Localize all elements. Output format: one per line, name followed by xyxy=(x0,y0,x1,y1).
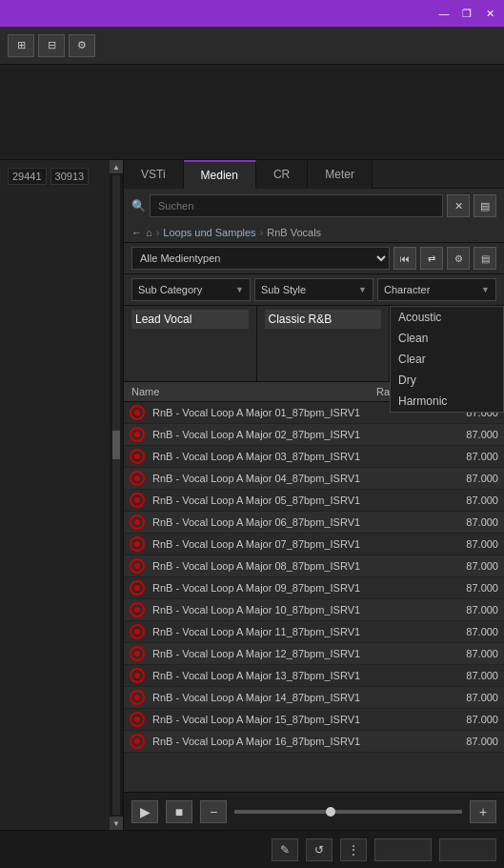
volume-thumb[interactable] xyxy=(326,807,335,817)
layout-btn-2[interactable]: ⊟ xyxy=(38,34,65,57)
status-box-1 xyxy=(374,838,432,861)
file-name: RnB - Vocal Loop A Major 06_87bpm_ISRV1 xyxy=(149,516,374,528)
side-scrollbar[interactable]: ▲ ▼ xyxy=(110,160,123,830)
maximize-button[interactable]: ❐ xyxy=(458,5,475,22)
table-row[interactable]: RnB - Vocal Loop A Major 13_87bpm_ISRV1 … xyxy=(124,665,504,687)
file-name: RnB - Vocal Loop A Major 13_87bpm_ISRV1 xyxy=(149,670,374,681)
file-tempo: 87.000 xyxy=(441,473,498,484)
character-filter[interactable]: Character ▼ xyxy=(377,278,496,301)
table-row[interactable]: RnB - Vocal Loop A Major 15_87bpm_ISRV1 … xyxy=(124,709,504,731)
sub-style-label: Sub Style xyxy=(261,284,306,295)
breadcrumb-loops[interactable]: Loops und Samples xyxy=(163,227,255,238)
file-icon xyxy=(130,515,145,530)
file-icon xyxy=(130,602,145,617)
table-row[interactable]: RnB - Vocal Loop A Major 05_87bpm_ISRV1 … xyxy=(124,490,504,512)
layout-btn-1[interactable]: ⊞ xyxy=(8,34,34,57)
breadcrumb-back[interactable]: ← xyxy=(131,227,142,238)
file-icon xyxy=(130,690,145,705)
minimize-button[interactable]: — xyxy=(435,5,453,22)
breadcrumb-sep1: › xyxy=(156,227,160,238)
scroll-up-arrow[interactable]: ▲ xyxy=(110,160,123,173)
breadcrumb-home[interactable]: ⌂ xyxy=(146,227,152,238)
filter-settings-btn[interactable]: ⚙ xyxy=(447,247,470,270)
scroll-track[interactable] xyxy=(112,175,120,815)
category-lead-vocal[interactable]: Lead Vocal xyxy=(131,310,249,329)
scroll-thumb[interactable] xyxy=(112,431,120,459)
close-button[interactable]: ✕ xyxy=(481,5,498,22)
filter-shuffle-btn[interactable]: ⇄ xyxy=(420,247,443,270)
file-tempo: 87.000 xyxy=(441,670,498,681)
table-row[interactable]: RnB - Vocal Loop A Major 06_87bpm_ISRV1 … xyxy=(124,512,504,534)
play-button[interactable]: ▶ xyxy=(131,800,158,823)
table-row[interactable]: RnB - Vocal Loop A Major 03_87bpm_ISRV1 … xyxy=(124,446,504,468)
search-input[interactable] xyxy=(150,194,443,217)
file-tempo: 87.000 xyxy=(441,538,498,550)
file-icon xyxy=(130,646,145,661)
title-bar: — ❐ ✕ xyxy=(0,0,504,27)
table-row[interactable]: RnB - Vocal Loop A Major 02_87bpm_ISRV1 … xyxy=(124,424,504,446)
search-bar: 🔍 ✕ ▤ xyxy=(124,189,504,223)
status-refresh-btn[interactable]: ↺ xyxy=(306,838,333,861)
file-icon xyxy=(130,405,145,420)
stop-button[interactable]: ■ xyxy=(166,800,192,823)
filter-prev-btn[interactable]: ⏮ xyxy=(393,247,416,270)
status-edit-btn[interactable]: ✎ xyxy=(272,838,298,861)
character-col: Acoustic Clean Clear Dry Harmonic xyxy=(390,306,504,381)
tab-bar: VSTi Medien CR Meter xyxy=(124,160,504,189)
table-row[interactable]: RnB - Vocal Loop A Major 14_87bpm_ISRV1 … xyxy=(124,687,504,709)
char-item-clear[interactable]: Clear xyxy=(391,349,503,370)
category-col-1: Lead Vocal xyxy=(124,306,257,381)
table-row[interactable]: RnB - Vocal Loop A Major 07_87bpm_ISRV1 … xyxy=(124,534,504,555)
file-tempo: 87.000 xyxy=(441,736,498,747)
table-row[interactable]: RnB - Vocal Loop A Major 10_87bpm_ISRV1 … xyxy=(124,599,504,621)
scroll-down-arrow[interactable]: ▼ xyxy=(110,817,123,830)
table-row[interactable]: RnB - Vocal Loop A Major 04_87bpm_ISRV1 … xyxy=(124,468,504,490)
status-bar: ✎ ↺ ⋮ xyxy=(0,830,504,868)
settings-btn[interactable]: ⚙ xyxy=(69,34,95,57)
sub-category-arrow: ▼ xyxy=(235,285,244,294)
status-more-btn[interactable]: ⋮ xyxy=(340,838,367,861)
sub-category-filter[interactable]: Sub Category ▼ xyxy=(131,278,251,301)
char-item-harmonic[interactable]: Harmonic xyxy=(391,391,503,412)
file-tempo: 87.000 xyxy=(441,714,498,725)
sub-style-filter[interactable]: Sub Style ▼ xyxy=(254,278,373,301)
filter-row: Alle Medientypen ⏮ ⇄ ⚙ ▤ xyxy=(124,243,504,274)
search-icon: 🔍 xyxy=(131,199,146,212)
volume-slider[interactable] xyxy=(234,810,462,814)
volume-plus-button[interactable]: + xyxy=(470,800,496,823)
table-row[interactable]: RnB - Vocal Loop A Major 09_87bpm_ISRV1 … xyxy=(124,577,504,599)
volume-minus-button[interactable]: − xyxy=(200,800,227,823)
table-row[interactable]: RnB - Vocal Loop A Major 12_87bpm_ISRV1 … xyxy=(124,643,504,665)
table-row[interactable]: RnB - Vocal Loop A Major 08_87bpm_ISRV1 … xyxy=(124,555,504,577)
file-name: RnB - Vocal Loop A Major 08_87bpm_ISRV1 xyxy=(149,560,374,572)
char-item-dry[interactable]: Dry xyxy=(391,370,503,391)
tab-medien[interactable]: Medien xyxy=(184,160,256,189)
file-name: RnB - Vocal Loop A Major 15_87bpm_ISRV1 xyxy=(149,714,374,725)
bottom-toolbar: ▶ ■ − + xyxy=(124,792,504,830)
table-row[interactable]: RnB - Vocal Loop A Major 16_87bpm_ISRV1 … xyxy=(124,731,504,753)
sub-style-arrow: ▼ xyxy=(358,285,367,294)
sub-category-label: Sub Category xyxy=(138,284,202,295)
character-arrow: ▼ xyxy=(481,285,490,294)
category-classic-rnb[interactable]: Classic R&B xyxy=(265,310,382,329)
tab-cr[interactable]: CR xyxy=(256,160,308,189)
file-tempo: 87.000 xyxy=(441,604,498,616)
category-col-2: Classic R&B xyxy=(257,306,391,381)
tab-meter[interactable]: Meter xyxy=(308,160,373,189)
file-tempo: 87.000 xyxy=(441,648,498,659)
file-icon xyxy=(130,558,145,574)
table-row[interactable]: RnB - Vocal Loop A Major 11_87bpm_ISRV1 … xyxy=(124,621,504,643)
file-tempo: 87.000 xyxy=(441,516,498,528)
char-item-acoustic[interactable]: Acoustic xyxy=(391,307,503,328)
tab-vsti[interactable]: VSTi xyxy=(124,160,184,189)
character-label: Character xyxy=(384,284,430,295)
breadcrumb: ← ⌂ › Loops und Samples › RnB Vocals xyxy=(124,223,504,243)
filter-list-btn[interactable]: ▤ xyxy=(474,247,496,270)
media-type-filter[interactable]: Alle Medientypen xyxy=(131,247,390,270)
search-options-button[interactable]: ▤ xyxy=(474,194,496,217)
side-panel: 29441 30913 ▲ ▼ xyxy=(0,160,124,830)
clear-search-button[interactable]: ✕ xyxy=(447,194,470,217)
file-icon xyxy=(130,624,145,639)
file-name: RnB - Vocal Loop A Major 04_87bpm_ISRV1 xyxy=(149,473,374,484)
char-item-clean[interactable]: Clean xyxy=(391,328,503,349)
